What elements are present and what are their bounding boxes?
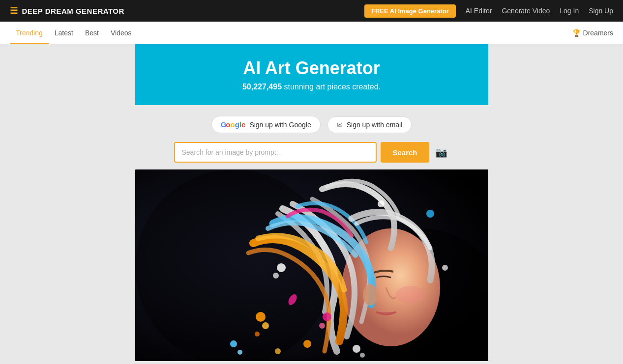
hero-count: 50,227,495 bbox=[242, 83, 282, 91]
brand-logo[interactable]: ☰ DEEP DREAM GENERATOR bbox=[10, 6, 124, 15]
free-ai-button[interactable]: FREE AI Image Generator bbox=[364, 4, 456, 18]
svg-point-4 bbox=[396, 286, 425, 304]
svg-point-16 bbox=[363, 284, 378, 306]
svg-point-20 bbox=[442, 265, 448, 271]
search-row: Search 📷 bbox=[174, 142, 449, 163]
tab-videos[interactable]: Videos bbox=[105, 22, 138, 44]
google-icon: Google bbox=[221, 120, 246, 129]
hero-subtitle-text: stunning art pieces created. bbox=[282, 83, 381, 91]
tab-trending[interactable]: Trending bbox=[10, 22, 49, 44]
hero-title: AI Art Generator bbox=[155, 58, 469, 79]
hero-banner: AI Art Generator 50,227,495 stunning art… bbox=[135, 44, 488, 105]
tabs-bar: Trending Latest Best Videos 🏆 Dreamers bbox=[0, 22, 623, 44]
svg-point-9 bbox=[275, 348, 281, 354]
camera-icon: 📷 bbox=[435, 146, 447, 158]
dreamers-label: Dreamers bbox=[583, 29, 613, 37]
tab-latest[interactable]: Latest bbox=[49, 22, 79, 44]
signup-email-button[interactable]: ✉ Sign up with email bbox=[327, 116, 412, 133]
nav-log-in[interactable]: Log In bbox=[560, 7, 579, 15]
svg-point-11 bbox=[237, 350, 242, 355]
svg-point-14 bbox=[319, 323, 325, 329]
art-image bbox=[135, 169, 488, 361]
signup-email-label: Sign up with email bbox=[347, 121, 403, 129]
camera-search-button[interactable]: 📷 bbox=[433, 144, 449, 160]
svg-point-13 bbox=[323, 312, 331, 321]
signup-google-button[interactable]: Google Sign up with Google bbox=[211, 116, 321, 133]
hero-subtitle: 50,227,495 stunning art pieces created. bbox=[155, 83, 469, 91]
brand-name: DEEP DREAM GENERATOR bbox=[22, 7, 124, 15]
image-showcase bbox=[135, 169, 488, 361]
main-content: AI Art Generator 50,227,495 stunning art… bbox=[0, 44, 623, 364]
navbar: ☰ DEEP DREAM GENERATOR FREE AI Image Gen… bbox=[0, 0, 623, 22]
menu-icon[interactable]: ☰ bbox=[10, 6, 18, 15]
svg-point-5 bbox=[256, 312, 266, 322]
svg-point-10 bbox=[230, 340, 237, 347]
email-icon: ✉ bbox=[337, 121, 343, 129]
svg-point-12 bbox=[426, 210, 434, 218]
svg-point-8 bbox=[303, 340, 311, 348]
art-svg bbox=[135, 169, 488, 361]
nav-sign-up[interactable]: Sign Up bbox=[589, 7, 613, 15]
signup-google-label: Sign up with Google bbox=[249, 121, 311, 129]
trophy-icon: 🏆 bbox=[572, 29, 581, 37]
svg-point-6 bbox=[262, 322, 269, 329]
nav-ai-editor[interactable]: AI Editor bbox=[466, 7, 492, 15]
svg-point-17 bbox=[277, 263, 286, 272]
signup-row: Google Sign up with Google ✉ Sign up wit… bbox=[211, 116, 412, 133]
dreamers-link[interactable]: 🏆 Dreamers bbox=[572, 29, 613, 37]
search-button[interactable]: Search bbox=[381, 142, 429, 163]
svg-point-7 bbox=[255, 332, 260, 336]
search-input[interactable] bbox=[174, 142, 377, 163]
tab-best[interactable]: Best bbox=[79, 22, 105, 44]
nav-generate-video[interactable]: Generate Video bbox=[502, 7, 550, 15]
svg-point-19 bbox=[378, 200, 385, 207]
svg-point-21 bbox=[353, 345, 360, 353]
svg-point-18 bbox=[273, 273, 279, 279]
svg-point-22 bbox=[360, 353, 365, 358]
